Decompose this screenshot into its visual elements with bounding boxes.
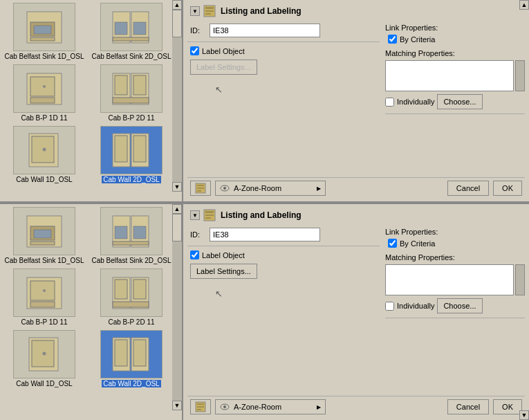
svg-rect-45 — [30, 281, 55, 300]
thumb-name-b3: Cab B-P 1D 11 — [21, 318, 67, 326]
bottom-id-label: ID: — [190, 230, 204, 239]
bottom-sep — [385, 318, 525, 318]
thumb-item-t5[interactable]: Cab Wall 1D_OSL — [3, 126, 86, 183]
bottom-choose-btn[interactable]: Choose... — [437, 298, 482, 313]
svg-rect-23 — [115, 136, 127, 162]
top-label-settings-wrap: Label Settings... — [187, 58, 380, 76]
thumb-img-t1 — [13, 3, 75, 51]
top-match-box-wrap: ▲ ▼ — [385, 60, 525, 91]
cab-belfast-sink-1d-icon — [24, 8, 65, 46]
top-individually-text: Individually — [397, 98, 434, 106]
scroll-down-btn-bottom[interactable]: ▼ — [172, 401, 182, 410]
bottom-collapse-btn[interactable]: ▼ — [190, 210, 200, 220]
thumb-item-t1[interactable]: Cab Belfast Sink 1D_OSL — [3, 3, 86, 60]
bottom-dialog-icon — [203, 208, 216, 222]
thumb-item-t2[interactable]: Cab Belfast Sink 2D_OSL — [90, 3, 173, 60]
thumb-name-b1: Cab Belfast Sink 1D_OSL — [4, 257, 84, 264]
bottom-cursor-area: ↖ — [187, 283, 380, 304]
top-choose-btn[interactable]: Choose... — [437, 94, 482, 109]
thumb-item-t6[interactable]: Cab Wall 2D_OSL — [90, 126, 173, 183]
top-label-object-checkbox[interactable] — [190, 46, 199, 55]
top-right-content: ID: Label Object Label Settings... — [187, 24, 525, 177]
svg-rect-15 — [115, 75, 127, 95]
top-cancel-btn[interactable]: Cancel — [447, 181, 489, 196]
scroll-handle-top[interactable] — [172, 10, 182, 37]
thumb-item-b6[interactable]: Cab Wall 2D_OSL — [90, 330, 173, 387]
top-zone-select[interactable]: A-Zone-Room ▶ — [215, 181, 326, 196]
scroll-up-btn-top[interactable]: ▲ — [172, 0, 182, 10]
top-left-col: ID: Label Object Label Settings... — [187, 24, 380, 177]
bottom-label-object-row: Label Object — [187, 250, 380, 259]
top-ok-btn[interactable]: OK — [493, 181, 522, 196]
svg-rect-3 — [30, 37, 55, 41]
scroll-down-btn-top[interactable]: ▼ — [172, 182, 182, 192]
bottom-label-settings-btn[interactable]: Label Settings... — [190, 264, 257, 279]
top-footer-icon-btn[interactable] — [190, 181, 211, 196]
bottom-individually-checkbox[interactable] — [385, 302, 394, 311]
top-collapse-btn[interactable]: ▼ — [190, 6, 200, 16]
bottom-zone-select[interactable]: A-Zone-Room ▶ — [215, 399, 326, 414]
svg-rect-26 — [205, 7, 214, 9]
svg-rect-32 — [197, 190, 201, 192]
thumb-item-b4[interactable]: Cab B-P 2D 11 — [90, 268, 173, 326]
thumb-item-b2[interactable]: Cab Belfast Sink 2D_OSL — [90, 207, 173, 264]
bottom-footer-icon-btn[interactable] — [190, 399, 211, 414]
top-match-textarea[interactable] — [385, 60, 514, 91]
svg-rect-41 — [115, 226, 127, 239]
bottom-divider — [187, 246, 380, 246]
bottom-dialog: ▼ Listing and Labeling ID: — [183, 204, 529, 420]
top-by-criteria-checkbox[interactable] — [388, 35, 397, 44]
top-dialog-title: Listing and Labeling — [221, 6, 301, 16]
bottom-label-object-text: Label Object — [202, 251, 245, 259]
thumb-item-b3[interactable]: Cab B-P 1D 11 — [3, 268, 86, 326]
thumb-item-t4[interactable]: Cab B-P 2D 11 — [90, 64, 173, 122]
bottom-match-scroll-down[interactable]: ▼ — [519, 410, 529, 420]
bottom-matching-props-label: Matching Properties: — [385, 253, 525, 262]
top-individually-checkbox[interactable] — [385, 98, 394, 107]
svg-rect-17 — [113, 98, 149, 103]
thumb-item-t3[interactable]: Cab B-P 1D 11 — [3, 64, 86, 122]
bottom-id-row: ID: — [187, 228, 380, 241]
top-id-input[interactable] — [210, 24, 320, 37]
scroll-handle-bottom[interactable] — [172, 214, 182, 241]
top-zone-arrow: ▶ — [317, 185, 321, 192]
top-label-settings-btn[interactable]: Label Settings... — [190, 60, 257, 75]
svg-rect-67 — [197, 409, 201, 410]
bottom-match-textarea[interactable] — [385, 264, 514, 295]
bottom-match-box-wrap: ▲ ▼ — [385, 264, 525, 295]
thumb-item-b1[interactable]: Cab Belfast Sink 1D_OSL — [3, 207, 86, 264]
bottom-left-col: ID: Label Object Label Settings... — [187, 228, 380, 396]
thumb-name-b2: Cab Belfast Sink 2D_OSL — [91, 257, 171, 264]
thumb-img-b1 — [13, 207, 75, 255]
svg-rect-27 — [205, 10, 214, 12]
thumb-item-b5[interactable]: Cab Wall 1D_OSL — [3, 330, 86, 387]
top-thumb-grid: Cab Belfast Sink 1D_OSL Cab Belfast Sink… — [0, 0, 182, 186]
cab-wall-1d-icon — [24, 131, 65, 170]
thumb-img-t5 — [13, 126, 75, 174]
thumb-name-t6: Cab Wall 2D_OSL — [102, 176, 160, 183]
top-sep — [385, 113, 525, 114]
cab-bp-2d-b-icon — [111, 274, 152, 312]
top-label-object-text: Label Object — [202, 47, 245, 55]
bottom-footer-icon — [195, 401, 206, 412]
svg-rect-37 — [34, 230, 51, 238]
bottom-cursor-icon: ↖ — [215, 289, 223, 299]
bottom-by-criteria-row: By Criteria — [385, 239, 525, 248]
bottom-ok-btn[interactable]: OK — [493, 399, 522, 414]
bottom-individually-text: Individually — [397, 302, 434, 310]
bottom-match-scroll-track — [515, 264, 525, 295]
bottom-match-scroll-up[interactable]: ▲ — [519, 0, 529, 10]
svg-rect-51 — [133, 280, 146, 299]
svg-point-55 — [43, 351, 46, 355]
top-zone-label: A-Zone-Room — [234, 184, 281, 192]
top-id-label: ID: — [190, 26, 204, 35]
svg-rect-30 — [197, 185, 204, 186]
top-thumbnail-pane: Cab Belfast Sink 1D_OSL Cab Belfast Sink… — [0, 0, 183, 201]
bottom-label-object-checkbox[interactable] — [190, 250, 199, 259]
scroll-up-btn-bottom[interactable]: ▲ — [172, 204, 182, 214]
bottom-cancel-btn[interactable]: Cancel — [447, 399, 489, 414]
svg-rect-31 — [197, 188, 204, 189]
bottom-id-input[interactable] — [210, 228, 320, 241]
bottom-by-criteria-checkbox[interactable] — [388, 239, 397, 248]
bottom-zone-eye-icon — [220, 402, 230, 412]
